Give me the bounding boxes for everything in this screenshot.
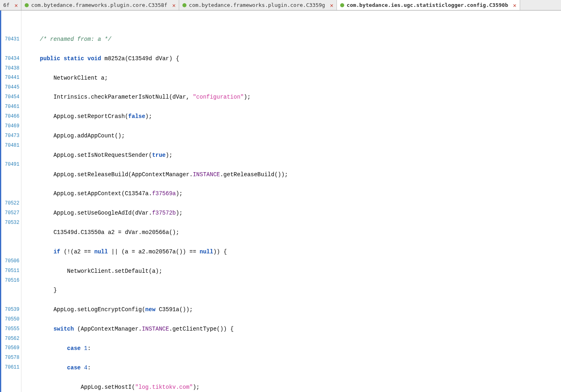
tab-label: com.bytedance.frameworks.plugin.core.C33…: [189, 2, 325, 8]
line-number-gutter: -70431-704347043870441704457045470461704…: [1, 11, 21, 392]
tab-c3590b[interactable]: com.bytedance.ies.ugc.statisticlogger.co…: [337, 0, 520, 10]
editor: -70431-704347043870441704457045470461704…: [0, 11, 561, 392]
line-number: 70527: [1, 209, 19, 218]
line-number: 70473: [1, 131, 19, 141]
line-number: 70441: [1, 73, 19, 83]
line-number: 70516: [1, 276, 19, 286]
line-number: 70506: [1, 257, 19, 266]
line-number: 70578: [1, 353, 19, 363]
line-number: 70491: [1, 160, 19, 170]
line-number: 70511: [1, 266, 19, 276]
close-icon[interactable]: ✕: [15, 2, 18, 8]
tab-partial[interactable]: 6f ✕: [0, 0, 21, 10]
line-number: 70461: [1, 102, 19, 112]
class-icon: [182, 3, 186, 7]
tab-bar: 6f ✕ com.bytedance.frameworks.plugin.cor…: [0, 0, 561, 11]
close-icon[interactable]: ✕: [513, 2, 516, 8]
tab-label: com.bytedance.frameworks.plugin.core.C33…: [31, 2, 167, 8]
line-number: 70562: [1, 334, 19, 344]
line-number: 70466: [1, 112, 19, 122]
tab-c3358f[interactable]: com.bytedance.frameworks.plugin.core.C33…: [21, 0, 179, 10]
line-number: 70555: [1, 325, 19, 334]
line-number: 70539: [1, 305, 19, 315]
line-number: 70569: [1, 344, 19, 353]
line-number: 70522: [1, 199, 19, 209]
close-icon[interactable]: ✕: [330, 2, 333, 8]
line-number: 70550: [1, 315, 19, 325]
code-area[interactable]: /* renamed from: a */ public static void…: [21, 11, 561, 392]
class-icon: [340, 3, 344, 7]
line-number: 70454: [1, 93, 19, 102]
close-icon[interactable]: ✕: [172, 2, 176, 8]
tab-c3359g[interactable]: com.bytedance.frameworks.plugin.core.C33…: [179, 0, 337, 10]
line-number: 70445: [1, 83, 19, 93]
line-number: 70431: [1, 35, 19, 44]
class-icon: [25, 3, 29, 7]
line-number: 70434: [1, 54, 19, 64]
line-number: 70438: [1, 64, 19, 74]
line-number: 70532: [1, 218, 19, 228]
tab-label: com.bytedance.ies.ugc.statisticlogger.co…: [347, 2, 508, 8]
line-number: 70481: [1, 141, 19, 151]
line-number: 70611: [1, 363, 19, 373]
line-number: 70469: [1, 122, 19, 131]
tab-label: 6f: [3, 2, 10, 8]
